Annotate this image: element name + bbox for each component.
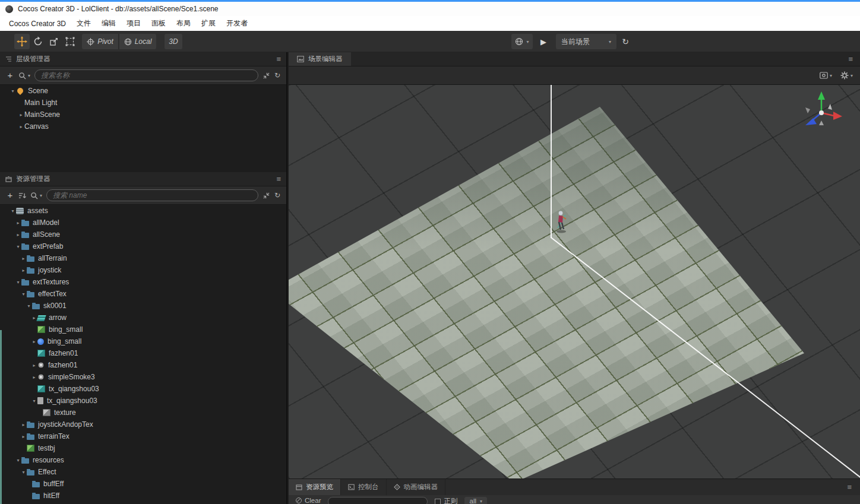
menu-app[interactable]: Cocos Creator 3D xyxy=(4,20,71,28)
expand-icon[interactable]: ▸ xyxy=(31,375,37,380)
scene-select[interactable]: 当前场景 ▾ xyxy=(556,34,616,49)
menu-file[interactable]: 文件 xyxy=(71,18,96,28)
sort-assets-button[interactable] xyxy=(18,192,26,199)
asset-item[interactable]: tx_qiangshou03 xyxy=(0,383,286,395)
asset-item[interactable]: hitEff xyxy=(0,490,286,502)
collapse-all-button[interactable] xyxy=(263,72,270,80)
regex-checkbox[interactable] xyxy=(435,499,441,504)
tree-item-main-light[interactable]: Main Light xyxy=(0,97,286,109)
asset-item[interactable]: ▾ assets xyxy=(0,205,286,217)
asset-item[interactable]: ▸ bing_small xyxy=(0,335,286,347)
expand-icon[interactable]: ▸ xyxy=(18,112,24,118)
console-regex-toggle[interactable]: 正则 xyxy=(435,497,457,504)
asset-item[interactable]: ▸ joystick xyxy=(0,264,286,276)
local-toggle-button[interactable]: Local xyxy=(119,34,156,49)
scale-tool-button[interactable] xyxy=(46,34,62,49)
console-log-level-select[interactable]: all ▾ xyxy=(464,497,487,504)
world-gizmo-button[interactable]: ▾ xyxy=(511,34,533,49)
add-node-button[interactable]: + xyxy=(6,71,14,80)
expand-icon[interactable]: ▸ xyxy=(20,434,27,439)
console-clear-button[interactable]: Clear xyxy=(296,497,321,504)
menu-panel[interactable]: 面板 xyxy=(146,18,171,28)
asset-item[interactable]: ▸ terrainTex xyxy=(0,430,286,442)
search-filter-button[interactable]: ▾ xyxy=(18,72,30,80)
assets-refresh-button[interactable]: ↻ xyxy=(274,191,280,199)
asset-item[interactable]: ▸ joystickAndopTex xyxy=(0,419,286,430)
collapse-all-button[interactable] xyxy=(263,192,270,199)
orientation-gizmo[interactable] xyxy=(798,90,845,136)
axis-x-cone[interactable] xyxy=(833,112,842,120)
add-asset-button[interactable]: + xyxy=(6,191,14,199)
expand-icon[interactable]: ▾ xyxy=(10,88,16,94)
menu-project[interactable]: 项目 xyxy=(121,18,146,28)
expand-icon[interactable]: ▸ xyxy=(31,339,37,344)
tab-console[interactable]: 控制台 xyxy=(341,479,387,495)
asset-item[interactable]: bing_small xyxy=(0,324,286,335)
asset-item[interactable]: buffEff xyxy=(0,478,286,490)
menu-edit[interactable]: 编辑 xyxy=(96,18,121,28)
expand-icon[interactable]: ▾ xyxy=(26,303,32,309)
expand-icon[interactable]: ▸ xyxy=(15,232,21,237)
menu-layout[interactable]: 布局 xyxy=(171,18,196,28)
expand-icon[interactable]: ▾ xyxy=(20,291,27,297)
tree-item-mainscene[interactable]: ▸ MainScene xyxy=(0,109,286,121)
expand-icon[interactable]: ▾ xyxy=(15,280,21,285)
menu-developer[interactable]: 开发者 xyxy=(221,18,253,28)
expand-icon[interactable]: ▸ xyxy=(20,256,27,261)
asset-item[interactable]: ▾ effectTex xyxy=(0,288,286,300)
panel-menu-icon[interactable]: ≡ xyxy=(276,175,281,183)
asset-item[interactable]: ▸ allModel xyxy=(0,217,286,229)
hierarchy-search-input[interactable] xyxy=(34,69,258,81)
asset-item[interactable]: fazhen01 xyxy=(0,347,286,359)
scene-editor-tab[interactable]: 场景编辑器 xyxy=(289,52,351,66)
pivot-toggle-button[interactable]: Pivot xyxy=(82,34,119,49)
expand-icon[interactable]: ▾ xyxy=(20,470,27,475)
asset-item[interactable]: testbj xyxy=(0,442,286,454)
tab-animation-editor[interactable]: 动画编辑器 xyxy=(387,479,446,495)
tab-asset-preview[interactable]: 资源预览 xyxy=(289,479,341,495)
asset-item[interactable]: ▾ extPrefab xyxy=(0,240,286,252)
expand-icon[interactable]: ▾ xyxy=(15,244,21,249)
expand-icon[interactable]: ▾ xyxy=(31,398,37,404)
asset-item[interactable]: ▸ allTerrain xyxy=(0,252,286,264)
mode-3d-button[interactable]: 3D xyxy=(165,34,182,49)
expand-icon[interactable]: ▸ xyxy=(18,124,24,129)
expand-icon[interactable]: ▸ xyxy=(31,363,37,368)
character-model[interactable] xyxy=(554,210,569,233)
asset-item[interactable]: ▾ resources xyxy=(0,454,286,466)
play-button[interactable]: ▶ xyxy=(535,34,552,49)
rect-tool-button[interactable] xyxy=(62,34,78,49)
expand-icon[interactable]: ▸ xyxy=(20,422,27,427)
asset-item[interactable]: ▸ allScene xyxy=(0,229,286,240)
asset-item[interactable]: ▾ tx_qiangshou03 xyxy=(0,395,286,407)
panel-menu-icon[interactable]: ≡ xyxy=(847,483,852,492)
tree-item-canvas[interactable]: ▸ Canvas xyxy=(0,121,286,132)
axis-z-cone[interactable] xyxy=(805,118,817,125)
asset-item[interactable]: ▸ arrow xyxy=(0,312,286,324)
axis-y-cone[interactable] xyxy=(818,91,825,100)
move-tool-button[interactable] xyxy=(14,34,30,49)
asset-item[interactable]: ▾ extTextures xyxy=(0,276,286,288)
asset-item[interactable]: ▾ sk0001 xyxy=(0,300,286,312)
panel-menu-icon[interactable]: ≡ xyxy=(848,55,853,64)
search-filter-button[interactable]: ▾ xyxy=(30,192,42,199)
asset-item[interactable]: ▾ Effect xyxy=(0,466,286,478)
asset-item[interactable]: texture xyxy=(0,407,286,419)
expand-icon[interactable]: ▾ xyxy=(10,208,16,214)
panel-menu-icon[interactable]: ≡ xyxy=(276,55,281,64)
console-filter-input[interactable] xyxy=(328,497,428,504)
menu-extension[interactable]: 扩展 xyxy=(196,18,221,28)
scene-settings-button[interactable]: ▾ xyxy=(840,71,853,80)
scene-refresh-button[interactable]: ↻ xyxy=(618,34,633,49)
expand-icon[interactable]: ▾ xyxy=(15,458,21,463)
assets-scrollbar[interactable] xyxy=(0,330,2,504)
rotate-tool-button[interactable] xyxy=(30,34,46,49)
scene-display-button[interactable]: ▾ xyxy=(820,72,832,79)
expand-icon[interactable]: ▸ xyxy=(15,220,21,226)
asset-item[interactable]: ▸ fazhen01 xyxy=(0,359,286,371)
tree-item-scene[interactable]: ▾ Scene xyxy=(0,85,286,97)
assets-search-input[interactable] xyxy=(46,189,258,201)
expand-icon[interactable]: ▸ xyxy=(20,268,27,273)
scene-viewport[interactable] xyxy=(289,85,860,478)
asset-item[interactable]: ▸ simpleSmoke3 xyxy=(0,371,286,383)
